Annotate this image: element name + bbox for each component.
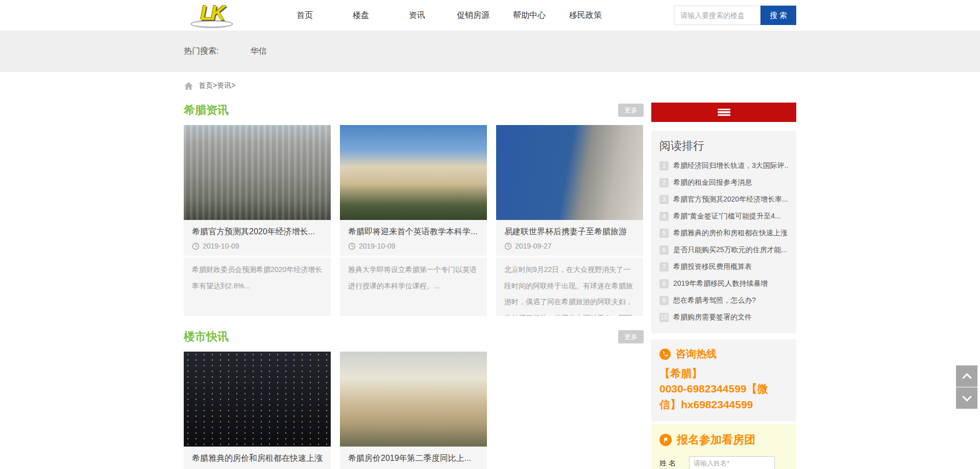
search-button[interactable]: 搜 索: [761, 6, 796, 25]
more-button-greece-news[interactable]: 更多: [618, 104, 644, 117]
news-card-image-academy-of-athens: [340, 125, 487, 220]
signup-title: 报名参加看房团: [677, 432, 755, 448]
section-greece-news-header: 希腊资讯 更多: [184, 103, 644, 118]
rank-number-badge: 7: [659, 262, 669, 271]
news-card-image-athens-building: [184, 125, 331, 220]
news-card[interactable]: 希腊雅典的房价和房租都在快速上涨: [184, 352, 331, 469]
hotline-number: 【希腊】0030-6982344599【微信】hx6982344599: [659, 366, 788, 412]
market-news-cards: 希腊雅典的房价和房租都在快速上涨 希腊房价2019年第二季度同比上...: [184, 352, 644, 469]
news-card-image-man-in-blue: [496, 125, 643, 220]
ranking-item[interactable]: 6 是否只能购买25万欧元的住房才能...: [659, 245, 788, 255]
greece-news-cards: 希腊官方预测其2020年经济增长... 2019-10-09 希腊财政委员会预测…: [184, 125, 644, 316]
section-title-greece-news: 希腊资讯: [184, 103, 229, 118]
hotline-phone: 0030-6982344599【微信】hx6982344599: [659, 383, 768, 410]
ranking-item[interactable]: 8 2019年希腊移民人数持续暴增: [659, 279, 788, 288]
scroll-up-button[interactable]: [956, 365, 977, 387]
ranking-item[interactable]: 9 想在希腊考驾照，怎么办?: [659, 296, 788, 305]
sidebar: 阅读排行 1 希腊经济回归增长轨道，3大国际评... 2 希腊的租金回报参考消息…: [651, 103, 796, 469]
section-title-market-news: 楼市快讯: [184, 329, 229, 344]
clock-icon: [348, 242, 356, 250]
ranking-item[interactable]: 1 希腊经济回归增长轨道，3大国际评...: [659, 161, 788, 170]
nav-item-news[interactable]: 资讯: [389, 10, 445, 21]
rank-text: 是否只能购买25万欧元的住房才能...: [673, 245, 787, 255]
sidebar-menu-button[interactable]: [651, 103, 796, 122]
news-card-image-night-aerial: [184, 352, 331, 447]
ranking-title: 阅读排行: [659, 138, 788, 154]
hotline-title: 咨询热线: [676, 347, 717, 361]
search-box: 搜 索: [674, 6, 796, 25]
rank-text: 希腊雅典的房价和房租都在快速上涨: [673, 229, 788, 238]
news-card[interactable]: 希腊官方预测其2020年经济增长... 2019-10-09 希腊财政委员会预测…: [184, 125, 331, 316]
ranking-item[interactable]: 10 希腊购房需要签署的文件: [659, 313, 788, 322]
hotline-panel: 咨询热线 【希腊】0030-6982344599【微信】hx6982344599: [651, 339, 796, 422]
news-card-info: 希腊即将迎来首个英语教学本科学... 2019-10-09: [340, 220, 487, 256]
rank-number-badge: 6: [659, 245, 669, 255]
rank-text: 希腊投资移民费用概算表: [673, 262, 752, 271]
rank-text: 希腊“黄金签证”门槛可能提升至4...: [673, 212, 781, 221]
news-card-title[interactable]: 希腊雅典的房价和房租都在快速上涨: [192, 453, 323, 464]
news-card-title[interactable]: 希腊官方预测其2020年经济增长...: [192, 227, 323, 237]
nav-item-home[interactable]: 首页: [277, 10, 333, 21]
clock-icon: [504, 242, 512, 250]
nav-item-properties[interactable]: 楼盘: [333, 10, 389, 21]
news-card-excerpt: 北京时间9月22日，在大众视野消失了一段时间的阿联终于出现。有球迷在希腊旅游时，…: [496, 258, 643, 316]
rank-number-badge: 1: [659, 161, 669, 170]
rank-text: 希腊的租金回报参考消息: [673, 178, 752, 187]
rank-text: 希腊购房需要签署的文件: [673, 313, 752, 322]
hot-search-strip: 热门搜索: 华信: [0, 31, 980, 72]
chevron-down-icon: [962, 392, 971, 401]
news-card-info: 希腊房价2019年第二季度同比上...: [340, 447, 487, 469]
hotline-region: 【希腊】: [659, 366, 788, 381]
ranking-item[interactable]: 7 希腊投资移民费用概算表: [659, 262, 788, 271]
hot-search-term-link[interactable]: 华信: [250, 46, 266, 57]
more-button-market-news[interactable]: 更多: [618, 330, 644, 343]
rank-text: 想在希腊考驾照，怎么办?: [673, 296, 756, 305]
chevron-up-icon: [962, 373, 971, 382]
nav-item-immigration-policy[interactable]: 移民政策: [557, 10, 614, 21]
rank-number-badge: 3: [659, 195, 669, 204]
nav-item-promotions[interactable]: 促销房源: [445, 10, 501, 21]
name-label: 姓 名: [659, 459, 683, 468]
news-card-excerpt: 希腊财政委员会预测希腊2020年经济增长率有望达到2.8%...: [184, 258, 331, 316]
ranking-item[interactable]: 5 希腊雅典的房价和房租都在快速上涨: [659, 229, 788, 238]
name-field-row: 姓 名: [659, 456, 788, 469]
flag-icon: [659, 434, 672, 446]
rank-number-badge: 8: [659, 279, 669, 288]
news-card-date-text: 2019-09-27: [515, 242, 552, 250]
news-card-date: 2019-10-09: [348, 242, 479, 250]
scroll-down-button[interactable]: [956, 387, 977, 409]
news-card[interactable]: 希腊房价2019年第二季度同比上...: [340, 352, 487, 469]
name-input[interactable]: [689, 456, 775, 469]
ranking-item[interactable]: 4 希腊“黄金签证”门槛可能提升至4...: [659, 212, 788, 221]
hamburger-icon: [718, 108, 730, 117]
site-logo[interactable]: LK: [184, 3, 240, 28]
hot-search-label: 热门搜索:: [184, 46, 218, 57]
news-card-title[interactable]: 希腊房价2019年第二季度同比上...: [348, 453, 479, 464]
breadcrumb-text[interactable]: 首页>资讯>: [199, 81, 235, 90]
news-card-date-text: 2019-10-09: [359, 242, 396, 250]
ranking-item[interactable]: 3 希腊官方预测其2020年经济增长率...: [659, 195, 788, 204]
search-input[interactable]: [674, 6, 761, 25]
nav-item-help-center[interactable]: 帮助中心: [501, 10, 557, 21]
news-column: 希腊资讯 更多 希腊官方预测其2020年经济增长... 2019-10-09 希…: [184, 103, 644, 469]
page-scroller: [956, 365, 977, 409]
ranking-list: 1 希腊经济回归增长轨道，3大国际评... 2 希腊的租金回报参考消息 3 希腊…: [659, 161, 788, 322]
phone-icon: [659, 349, 671, 360]
main-nav: 首页 楼盘 资讯 促销房源 帮助中心 移民政策: [277, 10, 614, 21]
news-card-title[interactable]: 希腊即将迎来首个英语教学本科学...: [348, 227, 479, 237]
ranking-item[interactable]: 2 希腊的租金回报参考消息: [659, 178, 788, 187]
news-card[interactable]: 希腊即将迎来首个英语教学本科学... 2019-10-09 雅典大学即将设立希腊…: [340, 125, 487, 316]
news-card-info: 希腊官方预测其2020年经济增长... 2019-10-09: [184, 220, 331, 256]
rank-text: 2019年希腊移民人数持续暴增: [673, 279, 768, 288]
home-icon[interactable]: [184, 82, 193, 90]
news-card-title[interactable]: 易建联世界杯后携妻子至希腊旅游: [504, 227, 635, 237]
news-card-image-athens-panorama: [340, 352, 487, 447]
rank-number-badge: 10: [659, 313, 669, 322]
news-card[interactable]: 易建联世界杯后携妻子至希腊旅游 2019-09-27 北京时间9月22日，在大众…: [496, 125, 643, 316]
rank-text: 希腊经济回归增长轨道，3大国际评...: [673, 161, 788, 170]
news-card-date-text: 2019-10-09: [203, 242, 239, 250]
top-header: LK 首页 楼盘 资讯 促销房源 帮助中心 移民政策 搜 索: [0, 0, 980, 31]
rank-number-badge: 9: [659, 296, 669, 305]
news-card-info: 易建联世界杯后携妻子至希腊旅游 2019-09-27: [496, 220, 643, 256]
logo-text: LK: [184, 3, 240, 23]
